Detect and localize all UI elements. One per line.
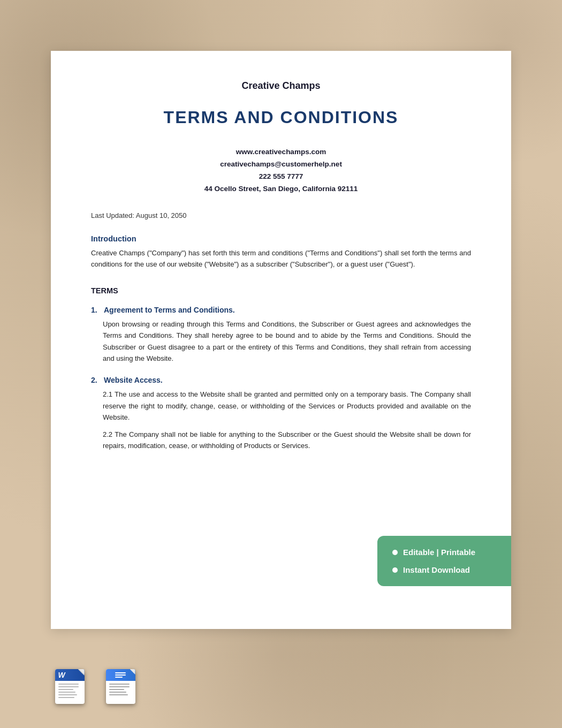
contact-phone: 222 555 7777 <box>91 171 471 183</box>
word-paper-header: W <box>55 669 85 681</box>
docs-icon-wrapper[interactable] <box>102 669 139 712</box>
bullet-dot-1 <box>392 550 398 555</box>
badge-item-2: Instant Download <box>392 565 496 574</box>
section-2-number: 2. <box>91 376 102 384</box>
docs-paper-header <box>106 669 135 681</box>
docs-paper <box>106 669 135 704</box>
section-2-heading: Website Access. <box>104 376 163 384</box>
docs-header-icon <box>114 671 127 679</box>
introduction-heading: Introduction <box>91 234 471 243</box>
terms-heading: TERMS <box>91 286 471 295</box>
section-1-title: 1. Agreement to Terms and Conditions. <box>91 306 471 314</box>
contact-email: creativechamps@customerhelp.net <box>91 158 471 171</box>
svg-rect-0 <box>115 672 126 673</box>
company-name: Creative Champs <box>91 80 471 92</box>
contact-info: www.creativechamps.com creativechamps@cu… <box>91 146 471 195</box>
badge-overlay: Editable | Printable Instant Download <box>377 536 511 586</box>
contact-address: 44 Ocello Street, San Diego, California … <box>91 183 471 195</box>
contact-website: www.creativechamps.com <box>91 146 471 158</box>
bullet-dot-2 <box>392 567 398 573</box>
badge-item-1: Editable | Printable <box>392 548 496 557</box>
introduction-text: Creative Champs ("Company") has set fort… <box>91 247 471 270</box>
docs-paper-lines <box>106 681 135 698</box>
section-1-text: Upon browsing or reading through this Te… <box>91 318 471 365</box>
introduction-section: Introduction Creative Champs ("Company")… <box>91 234 471 270</box>
section-2-title: 2. Website Access. <box>91 376 471 384</box>
section-2-text-2: 2.2 The Company shall not be liable for … <box>91 429 471 452</box>
svg-rect-2 <box>115 677 123 678</box>
word-letter: W <box>58 671 65 679</box>
document-container: Creative Champs TERMS AND CONDITIONS www… <box>51 51 511 629</box>
document-title: TERMS AND CONDITIONS <box>91 108 471 127</box>
word-icon-wrapper[interactable]: W <box>51 669 88 712</box>
badge-label-1: Editable | Printable <box>403 548 475 557</box>
section-2-text-1: 2.1 The use and access to the Website sh… <box>91 389 471 423</box>
word-paper: W <box>55 669 85 704</box>
badge-label-2: Instant Download <box>403 565 470 574</box>
section-1-heading: Agreement to Terms and Conditions. <box>104 306 235 314</box>
section-1: 1. Agreement to Terms and Conditions. Up… <box>91 306 471 365</box>
last-updated: Last Updated: August 10, 2050 <box>91 211 471 219</box>
bottom-icons: W <box>51 669 139 712</box>
section-2: 2. Website Access. 2.1 The use and acces… <box>91 376 471 451</box>
svg-rect-1 <box>115 674 126 676</box>
section-1-number: 1. <box>91 306 102 314</box>
